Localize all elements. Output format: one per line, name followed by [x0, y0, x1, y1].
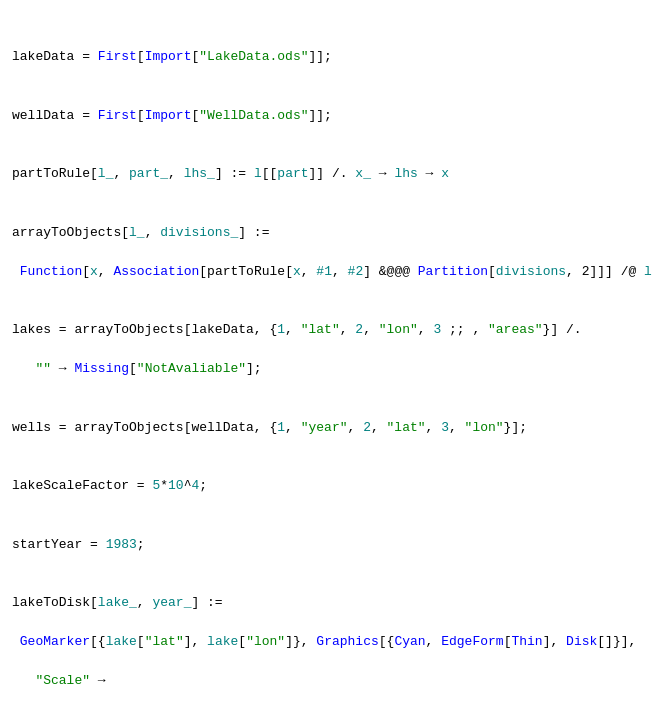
code-line-6: lakes = arrayToObjects[lakeData, {1, "la… — [12, 320, 641, 340]
code-line-1: lakeData = First[Import["LakeData.ods"]]… — [12, 47, 641, 67]
code-line-5: Function[x, Association[partToRule[x, #1… — [12, 262, 641, 282]
code-line-4: arrayToObjects[l_, divisions_] := — [12, 223, 641, 243]
code-line-7: "" → Missing["NotAvaliable"]; — [12, 359, 641, 379]
code-line-2: wellData = First[Import["WellData.ods"]]… — [12, 106, 641, 126]
code-line-9: lakeScaleFactor = 5*10^4; — [12, 476, 641, 496]
code-line-8: wells = arrayToObjects[wellData, {1, "ye… — [12, 418, 641, 438]
code-line-12: GeoMarker[{lake["lat"], lake["lon"]}, Gr… — [12, 632, 641, 652]
code-editor: lakeData = First[Import["LakeData.ods"]]… — [0, 0, 653, 712]
code-line-11: lakeToDisk[lake_, year_] := — [12, 593, 641, 613]
code-line-10: startYear = 1983; — [12, 535, 641, 555]
code-line-3: partToRule[l_, part_, lhs_] := l[[part]]… — [12, 164, 641, 184]
code-line-13: "Scale" → — [12, 671, 641, 691]
